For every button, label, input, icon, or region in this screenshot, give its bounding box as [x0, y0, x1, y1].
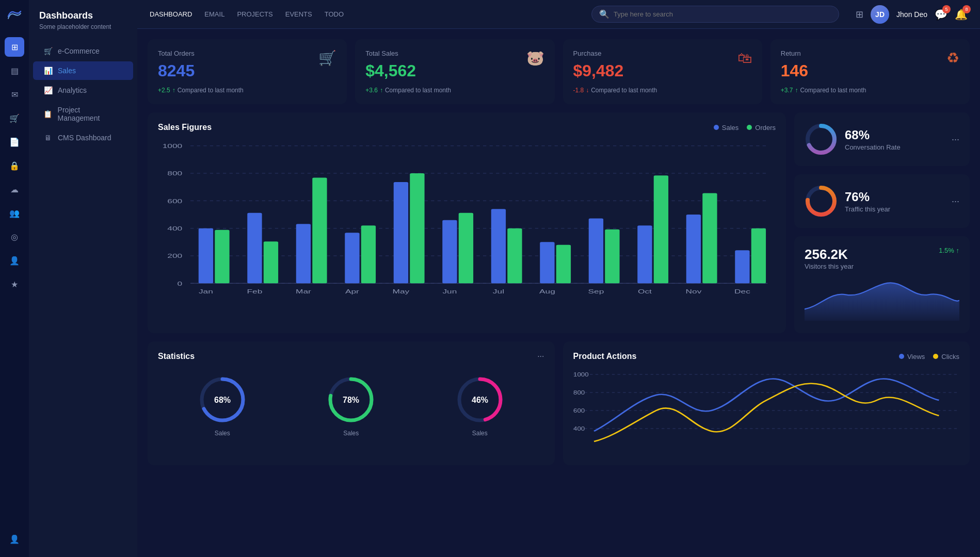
username: Jhon Deo: [896, 10, 927, 19]
sidebar-item-cms[interactable]: 🖥 CMS Dashboard: [33, 128, 133, 147]
chart-title: Sales Figures: [158, 123, 212, 132]
conversation-rate-donut: [805, 123, 838, 156]
traffic-card: 76% Traffic this year ···: [794, 174, 970, 228]
visitors-label: Visitors this year: [805, 263, 854, 270]
legend-views: Views: [899, 353, 925, 361]
svg-text:Oct: Oct: [638, 288, 652, 294]
apps-grid-icon[interactable]: ⊞: [856, 9, 863, 20]
svg-text:Apr: Apr: [345, 288, 359, 294]
main-wrapper: DASHBOARD EMAIL PROJECTS EVENTS TODO 🔍 ⊞…: [137, 0, 980, 557]
sidebar-lock-icon[interactable]: 🔒: [5, 156, 24, 175]
sidebar-cart-icon[interactable]: 🛒: [5, 108, 24, 128]
logo: [6, 8, 23, 27]
sidebar-circle-icon[interactable]: ◎: [5, 227, 24, 247]
product-actions-title: Product Actions: [573, 352, 637, 361]
product-actions-chart: 1000 800 600 400: [573, 369, 960, 452]
svg-text:800: 800: [573, 390, 585, 396]
bar-chart: 1000 800 600 400 200 0: [158, 140, 776, 305]
change-value: +3.7: [781, 87, 793, 94]
sidebar-bottom-user-icon[interactable]: 👤: [5, 529, 24, 549]
sidebar-item-sales[interactable]: 📊 Sales: [33, 61, 133, 80]
bar-chart-container: 1000 800 600 400 200 0: [158, 140, 776, 305]
svg-text:Feb: Feb: [247, 288, 263, 294]
nav-header: Dashboards Some placeholder content: [29, 10, 137, 41]
sidebar-home-icon[interactable]: ⊞: [5, 37, 24, 57]
left-navigation: Dashboards Some placeholder content 🛒 e-…: [29, 0, 137, 557]
svg-rect-32: [654, 175, 668, 283]
stat-circle-svg-3: 46%: [454, 374, 506, 425]
stat-card-total-orders: Total Orders 8245 +2.5 ↑ Compared to las…: [148, 39, 347, 104]
nav-title: Dashboards: [39, 10, 127, 21]
svg-rect-20: [361, 225, 376, 283]
sidebar-mail-icon[interactable]: ✉: [5, 85, 24, 104]
svg-rect-15: [247, 213, 262, 284]
visitors-value: 256.2K: [805, 247, 854, 263]
nav-link-todo[interactable]: TODO: [325, 10, 344, 18]
nav-link-email[interactable]: EMAIL: [204, 10, 224, 18]
nav-link-events[interactable]: EVENTS: [285, 10, 312, 18]
cms-icon: 🖥: [43, 134, 53, 142]
card-title: Purchase: [573, 50, 752, 57]
change-value: -1.8: [573, 87, 584, 94]
svg-rect-29: [589, 218, 603, 283]
compare-text: Compared to last month: [385, 87, 451, 94]
change-value: +3.6: [365, 87, 378, 94]
card-value: 146: [781, 61, 959, 80]
svg-text:200: 200: [167, 253, 182, 259]
sidebar-users-icon[interactable]: 👥: [5, 203, 24, 223]
svg-rect-33: [686, 215, 701, 283]
product-actions-svg: 1000 800 600 400: [573, 369, 960, 452]
stat-card-purchase: Purchase $9,482 -1.8 ↓ Compared to last …: [563, 39, 762, 104]
svg-text:Nov: Nov: [686, 288, 702, 294]
traffic-donut: [805, 185, 838, 218]
metric-text: 68% Conversation Rate: [845, 128, 901, 151]
sidebar-document-icon[interactable]: 📄: [5, 132, 24, 152]
search-bar[interactable]: 🔍: [591, 6, 839, 23]
sidebar-grid-icon[interactable]: ▤: [5, 61, 24, 80]
visitors-change: 1.5% ↑: [939, 247, 959, 254]
content-area: Total Orders 8245 +2.5 ↑ Compared to las…: [137, 29, 980, 557]
svg-text:600: 600: [573, 408, 585, 414]
svg-rect-18: [312, 178, 327, 284]
compare-text: Compared to last month: [178, 87, 244, 94]
arrow-up-icon: ↑: [380, 87, 383, 94]
stats-more-button[interactable]: ···: [537, 352, 544, 361]
visitors-area-chart: [805, 274, 959, 321]
svg-text:400: 400: [167, 225, 182, 232]
legend-orders: Orders: [747, 124, 776, 132]
visitors-card: 256.2K Visitors this year 1.5% ↑: [794, 236, 970, 333]
orders-dot: [747, 125, 752, 130]
nav-link-projects[interactable]: PROJECTS: [237, 10, 272, 18]
nav-link-dashboard[interactable]: DASHBOARD: [150, 10, 192, 18]
messages-button[interactable]: 💬 5: [935, 8, 947, 21]
svg-rect-14: [215, 230, 229, 283]
svg-rect-24: [459, 213, 473, 284]
card-compare: +3.7 ↑ Compared to last month: [781, 87, 959, 94]
sidebar-item-ecommerce[interactable]: 🛒 e-Commerce: [33, 42, 133, 60]
svg-text:Aug: Aug: [539, 288, 555, 294]
search-input[interactable]: [614, 10, 831, 18]
sidebar-item-project-management[interactable]: 📋 Project Management: [33, 101, 133, 127]
sidebar-person-icon[interactable]: 👤: [5, 251, 24, 270]
sales-dot: [714, 125, 719, 130]
svg-text:0: 0: [178, 280, 183, 287]
metric-more-button[interactable]: ···: [952, 196, 959, 207]
notifications-button[interactable]: 🔔 8: [955, 8, 968, 21]
svg-rect-30: [605, 230, 619, 284]
sidebar-star-icon[interactable]: ★: [5, 274, 24, 294]
product-actions-header: Product Actions Views Clicks: [573, 352, 960, 361]
clicks-dot: [933, 354, 938, 359]
sidebar-cloud-icon[interactable]: ☁: [5, 179, 24, 199]
views-dot: [899, 354, 904, 359]
stat-card-total-sales: Total Sales $4,562 +3.6 ↑ Compared to la…: [355, 39, 554, 104]
card-icon: 🛒: [318, 50, 336, 67]
metric-more-button[interactable]: ···: [952, 134, 959, 145]
legend-clicks: Clicks: [933, 353, 959, 361]
legend-views-label: Views: [907, 353, 925, 361]
product-actions-panel: Product Actions Views Clicks: [563, 341, 970, 465]
card-value: 8245: [158, 61, 336, 80]
svg-rect-35: [735, 250, 749, 283]
right-panel: 68% Conversation Rate ···: [794, 112, 970, 333]
sidebar-item-analytics[interactable]: 📈 Analytics: [33, 81, 133, 100]
svg-rect-36: [751, 228, 766, 284]
